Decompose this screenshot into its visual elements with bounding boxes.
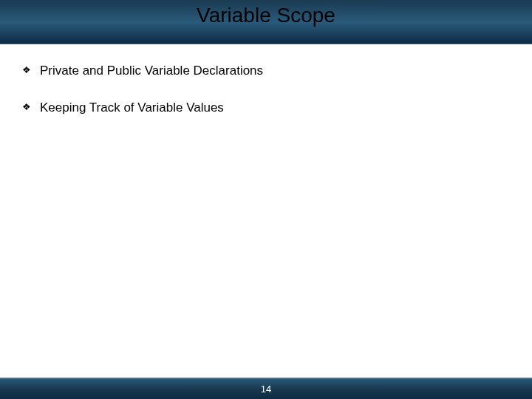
list-item: ❖ Keeping Track of Variable Values [22,100,510,116]
diamond-bullet-icon: ❖ [22,64,31,75]
slide-title: Variable Scope [197,4,335,27]
bullet-text: Keeping Track of Variable Values [40,100,224,116]
bullet-text: Private and Public Variable Declarations [40,63,263,79]
list-item: ❖ Private and Public Variable Declaratio… [22,63,510,79]
slide-content: ❖ Private and Public Variable Declaratio… [0,44,532,155]
page-number: 14 [261,383,271,395]
diamond-bullet-icon: ❖ [22,101,31,112]
slide-footer: 14 [0,378,532,399]
